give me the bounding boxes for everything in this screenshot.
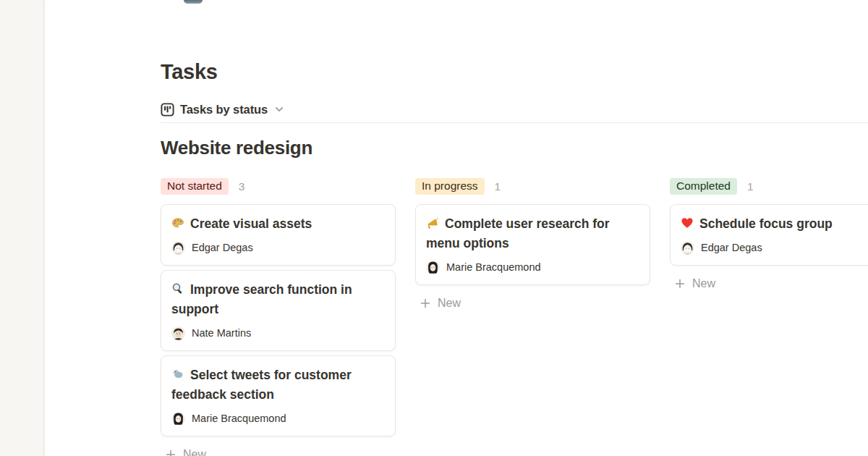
sidebar <box>0 0 45 456</box>
task-title: Create visual assets <box>190 216 312 231</box>
section-divider <box>161 122 868 123</box>
task-title-row: Select tweets for customer feedback sect… <box>171 366 385 405</box>
section-title: Website redesign <box>161 137 868 159</box>
assignee-row: Edgar Degas <box>681 240 868 255</box>
task-card[interactable]: Schedule focus groupEdgar Degas <box>670 204 868 266</box>
task-title: Improve search function in support <box>171 282 352 316</box>
board-view-icon <box>161 103 174 117</box>
new-task-label: New <box>183 447 206 456</box>
column-header: Completed1 <box>670 178 868 195</box>
view-selector-label: Tasks by status <box>180 103 268 117</box>
status-badge-completed[interactable]: Completed <box>670 178 737 195</box>
bird-icon <box>171 367 184 380</box>
status-badge-in-progress[interactable]: In progress <box>415 178 485 195</box>
column-count: 1 <box>495 180 501 193</box>
task-card[interactable]: Complete user research for menu optionsM… <box>415 204 650 285</box>
assignee-name: Nate Martins <box>192 327 251 339</box>
assignee-row: Marie Bracquemond <box>171 411 385 426</box>
task-title-row: Schedule focus group <box>681 214 868 234</box>
new-task-button[interactable]: New <box>670 274 868 293</box>
board-column-in-progress: In progress1Complete user research for m… <box>415 178 650 313</box>
view-selector[interactable]: Tasks by status <box>161 103 284 117</box>
new-task-button[interactable]: New <box>161 445 396 456</box>
chevron-down-icon <box>274 104 284 114</box>
avatar <box>171 412 185 426</box>
task-title: Schedule focus group <box>699 216 833 231</box>
task-title: Select tweets for customer feedback sect… <box>171 368 352 402</box>
column-header: Not started3 <box>161 178 396 195</box>
plus-icon <box>674 278 686 290</box>
column-count: 3 <box>239 180 245 193</box>
task-title-row: Improve search function in support <box>171 280 385 319</box>
column-header: In progress1 <box>415 178 650 195</box>
assignee-row: Marie Bracquemond <box>426 260 639 274</box>
page-icon-partial <box>184 0 203 4</box>
task-title-row: Complete user research for menu options <box>426 214 639 253</box>
task-card[interactable]: Select tweets for customer feedback sect… <box>161 355 396 436</box>
avatar <box>426 261 440 274</box>
board-column-completed: Completed1Schedule focus groupEdgar Dega… <box>670 178 868 293</box>
page-title: Tasks <box>161 0 868 84</box>
assignee-name: Marie Bracquemond <box>446 261 541 273</box>
new-task-label: New <box>692 276 715 291</box>
card-list: Complete user research for menu optionsM… <box>415 204 650 285</box>
assignee-name: Edgar Degas <box>192 242 253 253</box>
megaphone-icon <box>426 216 439 229</box>
card-list: Create visual assetsEdgar DegasImprove s… <box>161 204 396 436</box>
new-task-label: New <box>438 296 461 311</box>
avatar <box>681 241 694 255</box>
task-title: Complete user research for menu options <box>426 216 610 250</box>
board-column-not-started: Not started3Create visual assetsEdgar De… <box>161 178 396 456</box>
page-content: Tasks Tasks by status Website redesign N… <box>45 0 868 456</box>
view-bar: Tasks by status <box>161 101 868 117</box>
card-list: Schedule focus groupEdgar Degas <box>670 204 868 266</box>
magnifier-icon <box>171 282 184 295</box>
assignee-row: Nate Martins <box>171 326 385 340</box>
main-content: Tasks Tasks by status Website redesign N… <box>45 0 868 456</box>
avatar <box>171 326 185 340</box>
column-count: 1 <box>747 180 754 193</box>
task-card[interactable]: Create visual assetsEdgar Degas <box>161 204 396 266</box>
palette-icon <box>171 216 184 229</box>
task-card[interactable]: Improve search function in supportNate M… <box>161 270 396 351</box>
task-title-row: Create visual assets <box>171 214 385 234</box>
assignee-row: Edgar Degas <box>171 240 385 255</box>
board: Not started3Create visual assetsEdgar De… <box>161 178 868 456</box>
avatar <box>171 241 185 255</box>
assignee-name: Edgar Degas <box>701 242 762 253</box>
plus-icon <box>165 449 176 456</box>
status-badge-not-started[interactable]: Not started <box>161 178 229 195</box>
heart-icon <box>681 216 694 229</box>
assignee-name: Marie Bracquemond <box>192 413 286 424</box>
new-task-button[interactable]: New <box>415 294 650 313</box>
plus-icon <box>420 297 431 309</box>
